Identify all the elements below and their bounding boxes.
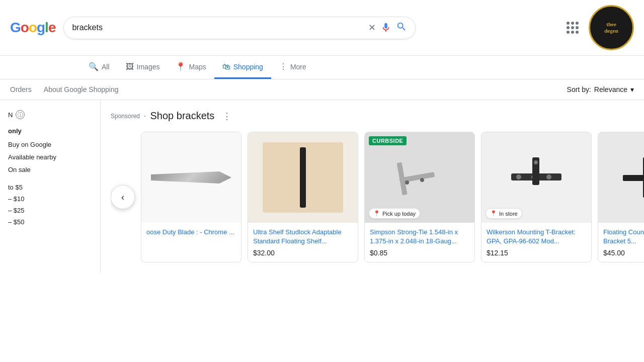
product-thumbnail <box>263 142 343 213</box>
more-icon: ⋮ <box>279 62 287 71</box>
product-thumbnail <box>506 152 567 203</box>
product-image <box>141 132 241 223</box>
sidebar-options: only Buy on Google Available nearby On s… <box>8 127 92 173</box>
price-25-50[interactable]: – $50 <box>8 218 92 226</box>
svg-rect-11 <box>623 175 644 181</box>
tab-all[interactable]: 🔍 All <box>80 56 118 79</box>
price-to-5[interactable]: to $5 <box>8 184 92 191</box>
product-title: Wilkerson Mounting T-Bracket: GPA, GPA-9… <box>487 228 586 246</box>
search-icon: 🔍 <box>89 62 99 71</box>
product-card[interactable]: Floating Countertop Bracket 5... $45.00 <box>598 132 644 262</box>
sub-nav: Orders About Google Shopping Sort by: Re… <box>0 79 644 100</box>
svg-point-2 <box>405 180 409 185</box>
search-button[interactable] <box>396 21 407 35</box>
svg-point-3 <box>420 178 424 182</box>
product-image: 📍 In store <box>481 132 591 223</box>
product-title: Floating Countertop Bracket 5... <box>603 228 644 246</box>
product-card[interactable]: CURBSIDE 📍 Pick up today Simpson Strong- <box>364 132 475 262</box>
product-info: Floating Countertop Bracket 5... $45.00 <box>598 223 644 262</box>
products-area: Sponsored · Shop brackets ⋮ ‹ oose Duty … <box>101 100 644 273</box>
google-logo: Google <box>10 20 55 36</box>
header-right: thee degen <box>565 5 634 50</box>
product-thumbnail <box>613 147 644 208</box>
sidebar-price-ranges: to $5 – $10 – $25 – $50 <box>8 184 92 226</box>
clear-icon[interactable]: ✕ <box>368 22 376 33</box>
product-title: oose Duty Blade : - Chrome ... <box>146 228 236 237</box>
subnav-orders[interactable]: Orders <box>10 83 32 96</box>
tab-shopping[interactable]: 🛍 Shopping <box>214 56 271 79</box>
main-content: N ⓘ only Buy on Google Available nearby … <box>0 100 644 273</box>
svg-point-7 <box>546 174 551 179</box>
carousel-prev-button[interactable]: ‹ <box>111 185 135 209</box>
search-input[interactable] <box>72 23 364 32</box>
product-info: Simpson Strong-Tie 1.548-in x 1.375-in x… <box>365 223 474 262</box>
product-title: Ultra Shelf Studlock Adaptable Standard … <box>253 228 353 246</box>
product-card[interactable]: Ultra Shelf Studlock Adaptable Standard … <box>248 132 358 262</box>
section-title: Shop brackets <box>150 110 215 122</box>
price-5-10[interactable]: – $10 <box>8 195 92 203</box>
price-10-25[interactable]: – $25 <box>8 207 92 214</box>
voice-icon[interactable] <box>380 22 392 34</box>
product-card[interactable]: 📍 In store Wilkerson Mounting T-Bracket:… <box>481 132 592 262</box>
search-bar: ✕ <box>63 17 416 39</box>
product-price: $12.15 <box>487 249 586 257</box>
product-image <box>248 132 358 223</box>
product-thumbnail <box>394 152 445 203</box>
avatar-text: thee degen <box>604 21 618 34</box>
more-options-icon[interactable]: ⋮ <box>222 111 231 122</box>
subnav-about[interactable]: About Google Shopping <box>44 83 119 96</box>
pickup-badge: 📍 Pick up today <box>369 208 420 219</box>
product-title: Simpson Strong-Tie 1.548-in x 1.375-in x… <box>370 228 469 246</box>
tab-images[interactable]: 🖼 Images <box>118 56 168 79</box>
svg-point-9 <box>534 160 538 164</box>
product-card[interactable]: oose Duty Blade : - Chrome ... <box>141 132 242 262</box>
product-image <box>598 132 644 223</box>
product-image: CURBSIDE 📍 Pick up today <box>365 132 474 223</box>
product-price: $0.85 <box>370 249 469 257</box>
nav-tabs: 🔍 All 🖼 Images 📍 Maps 🛍 Shopping ⋮ More <box>0 56 644 79</box>
header: Google ✕ thee degen <box>0 0 644 56</box>
product-info: Wilkerson Mounting T-Bracket: GPA, GPA-9… <box>481 223 591 262</box>
products-row: ‹ oose Duty Blade : - Chrome ... Ultra S <box>111 132 644 262</box>
apps-icon[interactable] <box>565 20 581 36</box>
location-icon: 📍 <box>373 210 380 217</box>
curbside-badge: CURBSIDE <box>369 136 407 145</box>
filter-on-sale[interactable]: On sale <box>8 166 92 173</box>
sponsored-label: Sponsored <box>111 113 140 120</box>
sponsored-header: Sponsored · Shop brackets ⋮ <box>111 110 644 122</box>
filter-nearby[interactable]: Available nearby <box>8 153 92 161</box>
product-info: oose Duty Blade : - Chrome ... <box>141 223 241 245</box>
images-icon: 🖼 <box>126 62 134 71</box>
sidebar-filter-label: N ⓘ <box>8 110 92 119</box>
pickup-badge: 📍 In store <box>486 208 522 219</box>
filter-buy-google[interactable]: Buy on Google <box>8 141 92 148</box>
chevron-down-icon: ▾ <box>630 85 634 94</box>
svg-point-5 <box>516 174 521 179</box>
tab-more[interactable]: ⋮ More <box>271 56 314 79</box>
product-price: $45.00 <box>603 249 644 257</box>
product-info: Ultra Shelf Studlock Adaptable Standard … <box>248 223 358 262</box>
location-icon: 📍 <box>490 210 497 217</box>
shopping-icon: 🛍 <box>222 62 230 71</box>
avatar[interactable]: thee degen <box>589 5 634 50</box>
info-icon[interactable]: ⓘ <box>16 110 25 119</box>
location-icon: 📍 <box>176 62 186 71</box>
product-price: $32.00 <box>253 249 353 257</box>
product-thumbnail <box>151 162 231 193</box>
sidebar: N ⓘ only Buy on Google Available nearby … <box>0 100 101 273</box>
sort-dropdown[interactable]: Sort by: Relevance ▾ <box>567 85 634 94</box>
tab-maps[interactable]: 📍 Maps <box>168 56 214 79</box>
